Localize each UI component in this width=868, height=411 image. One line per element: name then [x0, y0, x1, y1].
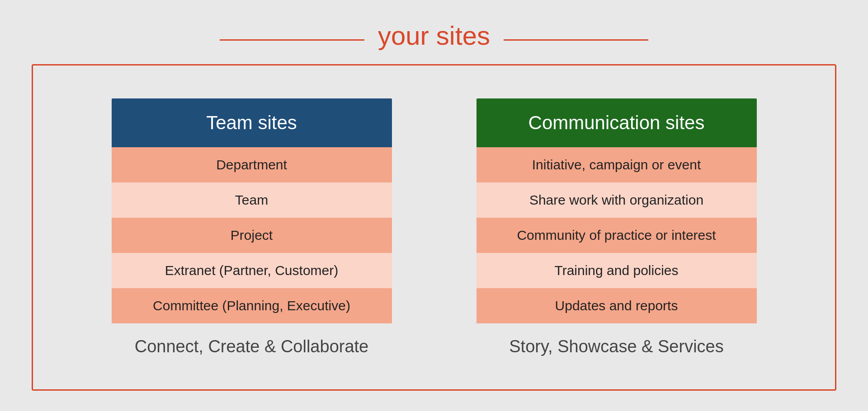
communication-sites-header: Communication sites [476, 98, 757, 147]
list-item: Initiative, campaign or event [476, 147, 757, 182]
communication-sites-items: Initiative, campaign or event Share work… [476, 147, 757, 323]
communication-sites-card: Communication sites Initiative, campaign… [476, 98, 757, 356]
list-item: Extranet (Partner, Customer) [112, 253, 392, 288]
list-item: Updates and reports [476, 288, 757, 323]
main-box: Team sites Department Team Project Extra… [32, 64, 836, 391]
list-item: Team [112, 182, 392, 218]
list-item: Share work with organization [476, 182, 757, 218]
list-item: Training and policies [476, 253, 757, 288]
page-wrapper: your sites Team sites Department Team Pr… [32, 20, 836, 391]
list-item: Community of practice or interest [476, 218, 757, 253]
page-title: your sites [378, 20, 490, 51]
team-sites-items: Department Team Project Extranet (Partne… [112, 147, 392, 323]
team-sites-card: Team sites Department Team Project Extra… [112, 98, 392, 356]
title-line-left [220, 39, 364, 41]
team-sites-header: Team sites [112, 98, 392, 147]
title-line-right [504, 39, 648, 41]
list-item: Department [112, 147, 392, 182]
team-sites-subtitle: Connect, Create & Collaborate [135, 337, 369, 356]
communication-sites-subtitle: Story, Showcase & Services [509, 337, 723, 356]
list-item: Project [112, 218, 392, 253]
title-row: your sites [32, 20, 836, 60]
list-item: Committee (Planning, Executive) [112, 288, 392, 323]
